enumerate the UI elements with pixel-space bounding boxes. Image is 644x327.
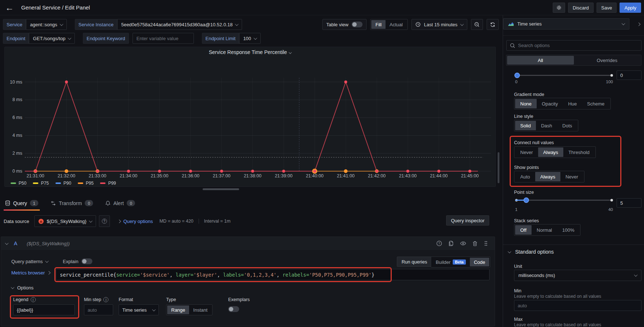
min-step-input[interactable]: auto [84, 304, 113, 315]
gradient-hue[interactable]: Hue [563, 99, 582, 108]
apply-button[interactable]: Apply [620, 3, 641, 13]
datasource-help-button[interactable]: ? [99, 215, 110, 227]
metrics-browser-button[interactable]: Metrics browser [11, 270, 50, 276]
explain-toggle[interactable] [81, 258, 92, 264]
show-points-never[interactable]: Never [560, 172, 583, 181]
svg-text:10 ms: 10 ms [10, 80, 22, 85]
query-inspector-button[interactable]: Query inspector [446, 215, 489, 226]
search-options-input[interactable]: Search options [506, 40, 641, 51]
builder-code-segmented: BuilderBeta Code [431, 257, 490, 268]
gradient-opacity[interactable]: Opacity [537, 99, 563, 108]
query-patterns-dropdown[interactable]: Query patterns [11, 259, 48, 264]
connect-nulls-never[interactable]: Never [515, 147, 538, 157]
tab-alert[interactable]: Alert 0 [104, 198, 137, 211]
stack-normal[interactable]: Normal [532, 225, 557, 235]
stack-series-group: Off Normal 100% [514, 224, 580, 236]
endpoint-variable-value[interactable]: GET:/songs/top [29, 33, 75, 44]
line-style-dash[interactable]: Dash [536, 121, 557, 130]
drag-handle-icon[interactable] [484, 241, 488, 246]
bell-icon [106, 201, 110, 206]
builder-option[interactable]: BuilderBeta [432, 258, 470, 266]
svg-text:21:43:00: 21:43:00 [399, 173, 417, 178]
chevron-down-icon [11, 285, 15, 289]
endpoint-limit-variable-value[interactable]: 100 [239, 33, 261, 44]
point-size-value[interactable]: 5 [617, 198, 641, 208]
query-options-expander[interactable]: Query options [118, 219, 153, 224]
help-circle-icon[interactable]: ? [436, 241, 442, 246]
show-points-auto[interactable]: Auto [515, 172, 535, 181]
legend-item[interactable]: P95 [78, 181, 93, 186]
line-style-dots[interactable]: Dots [557, 121, 577, 130]
fill-opacity-slider[interactable] [515, 72, 613, 78]
fill-opacity-value[interactable]: 0 [617, 70, 641, 80]
code-option[interactable]: Code [470, 258, 489, 266]
explain-label: Explain [63, 259, 78, 264]
unit-select[interactable]: milliseconds (ms) [514, 270, 641, 281]
query-card-header[interactable]: A (${DS_SkyWalking}) ? [1, 237, 495, 250]
panel-toolbar: Table view Fill Actual Last 15 minutes [322, 19, 499, 30]
gradient-scheme[interactable]: Scheme [582, 99, 610, 108]
options-expander[interactable]: Options [11, 285, 34, 291]
format-select[interactable]: Time series [119, 304, 159, 315]
clock-icon [415, 22, 421, 27]
discard-button[interactable]: Discard [568, 3, 594, 13]
svg-text:6 ms: 6 ms [12, 115, 22, 120]
min-step-field: Min stepi auto [84, 295, 113, 315]
datasource-picker[interactable]: ${DS_SkyWalking} [34, 215, 96, 227]
instant-option[interactable]: Instant [189, 305, 211, 314]
min-input[interactable]: auto [514, 300, 641, 311]
panel-title[interactable]: Service Response Time Percentile [5, 49, 495, 55]
exemplars-field: Exemplars [228, 295, 250, 313]
collapse-options-pane-button[interactable] [637, 21, 640, 27]
back-arrow-icon[interactable]: ← [5, 3, 14, 12]
time-series-chart[interactable]: 0 ms2 ms4 ms6 ms8 ms10 ms21:31:0021:32:0… [5, 57, 495, 186]
line-style-solid[interactable]: Solid [515, 121, 536, 130]
legend-item[interactable]: P50 [11, 181, 26, 186]
tab-query[interactable]: Query 1 [4, 198, 40, 211]
duplicate-icon[interactable] [448, 241, 454, 246]
point-size-slider[interactable] [515, 197, 613, 203]
tab-overrides[interactable]: Overrides [574, 56, 641, 65]
svg-text:21:45:00: 21:45:00 [461, 173, 479, 178]
refresh-button[interactable] [487, 19, 499, 30]
endpoint-keyword-input[interactable]: Enter variable value [133, 33, 194, 44]
legend-item[interactable]: P99 [100, 181, 116, 186]
legend-item[interactable]: P75 [33, 181, 49, 186]
promql-code-editor[interactable]: service_percentile{service='$service', l… [56, 269, 490, 280]
legend-input[interactable]: {{label}} [13, 304, 75, 315]
connect-nulls-threshold[interactable]: Threshold [563, 147, 595, 157]
exemplars-toggle[interactable] [228, 306, 239, 312]
zoom-out-button[interactable] [471, 19, 483, 30]
save-button[interactable]: Save [597, 3, 617, 13]
fill-option[interactable]: Fill [371, 20, 386, 29]
standard-options-header[interactable]: Standard options [508, 249, 554, 255]
chevron-down-icon [152, 308, 156, 311]
chevron-down-icon [5, 241, 9, 245]
tab-all[interactable]: All [507, 56, 574, 65]
service-instance-variable-label: Service Instance [75, 19, 117, 30]
visualization-picker[interactable]: Time series [503, 18, 629, 30]
endpoint-keyword-variable-label: Endpoint Keyword [83, 33, 129, 44]
run-queries-button[interactable]: Run queries [397, 257, 432, 267]
trash-icon[interactable] [472, 241, 478, 246]
legend-item[interactable]: P90 [55, 181, 71, 186]
tab-transform[interactable]: Transform 0 [49, 198, 95, 211]
scrollbar-thumb[interactable] [498, 152, 499, 183]
stack-off[interactable]: Off [515, 225, 532, 235]
type-field: Type Range Instant [166, 295, 212, 315]
panel-resize-handle[interactable] [203, 188, 239, 190]
stack-100[interactable]: 100% [557, 225, 579, 235]
stack-series-label: Stack series [514, 218, 539, 223]
time-range-picker[interactable]: Last 15 minutes [411, 19, 467, 30]
show-points-always[interactable]: Always [535, 172, 560, 181]
service-instance-variable-value[interactable]: 5eed0e5758a244aca6e7699415d360aa@10.52.0… [117, 19, 242, 30]
panel-settings-button[interactable] [553, 3, 565, 13]
zoom-out-icon [474, 22, 480, 27]
service-variable-value[interactable]: agent::songs [26, 19, 66, 30]
gradient-none[interactable]: None [515, 99, 537, 108]
range-option[interactable]: Range [167, 305, 189, 314]
connect-nulls-always[interactable]: Always [538, 147, 563, 157]
table-view-toggle[interactable] [352, 22, 363, 27]
eye-icon[interactable] [460, 241, 466, 246]
actual-option[interactable]: Actual [386, 20, 407, 29]
